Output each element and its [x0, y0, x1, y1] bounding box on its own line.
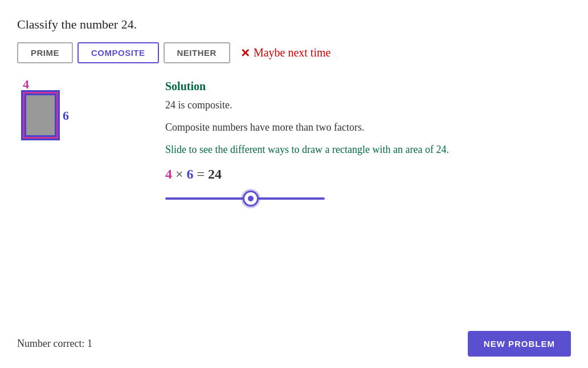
content-area: 4 6 Solution 24 is composite. Composite … — [17, 77, 571, 325]
classify-button-row: PRIME COMPOSITE NEITHER ✕ Maybe next tim… — [17, 42, 571, 63]
feedback-text: Maybe next time — [254, 46, 331, 59]
footer: Number correct: 1 NEW PROBLEM — [17, 325, 571, 357]
new-problem-button[interactable]: NEW PROBLEM — [468, 331, 571, 357]
eq-times: × — [175, 167, 183, 182]
feedback-message: ✕ Maybe next time — [240, 46, 331, 60]
rectangle-panel: 4 6 — [17, 77, 142, 325]
solution-panel: Solution 24 is composite. Composite numb… — [165, 77, 571, 325]
rect-height-label: 6 — [63, 108, 69, 123]
x-icon: ✕ — [240, 46, 250, 60]
slide-instruction: Slide to see the different ways to draw … — [165, 142, 571, 157]
number-correct: Number correct: 1 — [17, 338, 92, 350]
eq-equals: = — [197, 167, 205, 182]
prime-button[interactable]: PRIME — [17, 42, 73, 63]
slider-thumb[interactable] — [243, 191, 259, 207]
slider-thumb-inner — [248, 196, 254, 201]
eq-factor2: 6 — [187, 167, 194, 182]
eq-product: 24 — [208, 167, 222, 182]
solution-title: Solution — [165, 80, 571, 93]
rectangle-inner — [24, 94, 56, 137]
solution-line2: Composite numbers have more than two fac… — [165, 120, 571, 135]
solution-line1: 24 is composite. — [165, 98, 571, 113]
slider-thumb-wrapper — [243, 191, 259, 207]
neither-button[interactable]: NEITHER — [164, 42, 230, 63]
composite-button[interactable]: COMPOSITE — [77, 42, 159, 63]
question-text: Classify the number 24. — [17, 17, 571, 32]
equation-row: 4 × 6 = 24 — [165, 167, 571, 182]
slider-container — [165, 190, 325, 207]
eq-factor1: 4 — [165, 167, 172, 182]
rect-width-label: 4 — [23, 77, 29, 92]
rectangle-visual — [23, 92, 58, 139]
